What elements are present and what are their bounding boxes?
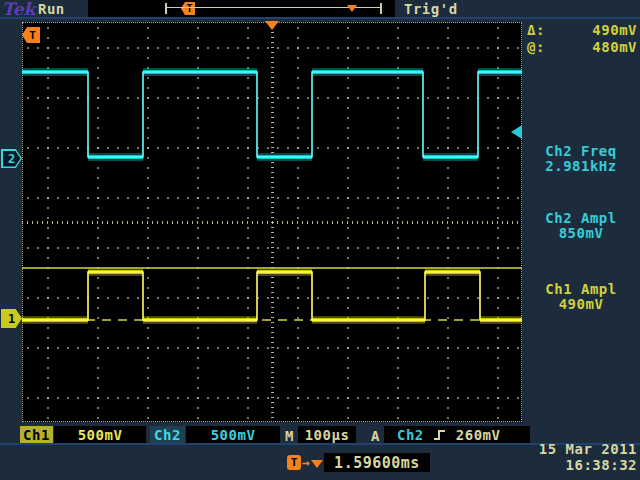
delay-position-icon xyxy=(311,460,323,468)
measurement-ch1-ampl: Ch1 Ampl 490mV xyxy=(525,282,637,312)
measurement-label: Ch2 Ampl xyxy=(525,211,637,226)
trigger-readout: Ch2 260mV xyxy=(384,426,530,444)
trigger-level-value: 260mV xyxy=(456,427,501,443)
trigger-position-icon[interactable] xyxy=(265,21,279,30)
ch2-badge[interactable]: Ch2 xyxy=(150,426,185,444)
waveform-display xyxy=(22,22,522,422)
trigger-level-arrow-icon[interactable] xyxy=(511,125,522,139)
measurement-label: Ch1 Ampl xyxy=(525,282,637,297)
measurement-ch2-ampl: Ch2 Ampl 850mV xyxy=(525,211,637,241)
trigger-source: Ch2 xyxy=(397,427,424,443)
date-readout: 15 Mar 2011 xyxy=(531,441,637,457)
timebase-label: M xyxy=(285,428,294,444)
trigger-status: Trig'd xyxy=(404,1,458,17)
ch1-ground-marker[interactable]: 1 xyxy=(1,309,22,328)
oscilloscope-screen: Tek Run T Trig'd T 2 1 Δ: 490mV @: 480mV… xyxy=(0,0,640,480)
delay-arrow-icon: → xyxy=(302,455,310,470)
measurement-ch2-freq: Ch2 Freq 2.981kHz xyxy=(525,144,637,174)
top-divider xyxy=(0,17,640,19)
at-value: 480mV xyxy=(592,39,637,55)
time-readout: 16:38:32 xyxy=(531,457,637,473)
ch1-badge[interactable]: Ch1 xyxy=(20,426,53,444)
cursor-at-readout: @: 480mV xyxy=(527,39,637,55)
acquisition-window-bar xyxy=(165,3,382,14)
acquisition-window-box: T xyxy=(88,0,395,17)
acquisition-status: Run xyxy=(38,1,65,17)
measurement-label: Ch2 Freq xyxy=(525,144,637,159)
delta-label: Δ: xyxy=(527,22,545,38)
measurement-value: 2.981kHz xyxy=(525,159,637,174)
trigger-menu-label: A xyxy=(371,428,380,444)
cursor-delta-readout: Δ: 490mV xyxy=(527,22,637,38)
trigger-position-mini-icon xyxy=(347,5,357,12)
at-label: @: xyxy=(527,39,545,55)
delay-time-readout: 1.59600ms xyxy=(324,453,430,472)
delta-value: 490mV xyxy=(592,22,637,38)
ch1-trace xyxy=(22,272,522,320)
trigger-delay-icon: T xyxy=(287,455,301,470)
timebase-value: 100µs xyxy=(298,426,356,444)
ch2-trace xyxy=(22,72,522,157)
ch2-ground-marker[interactable]: 2 xyxy=(1,149,22,168)
rising-edge-slope-icon xyxy=(432,428,448,442)
measurement-value: 490mV xyxy=(525,297,637,312)
measurement-value: 850mV xyxy=(525,226,637,241)
ch1-scale: 500mV xyxy=(54,426,146,444)
ch2-scale: 500mV xyxy=(186,426,280,444)
